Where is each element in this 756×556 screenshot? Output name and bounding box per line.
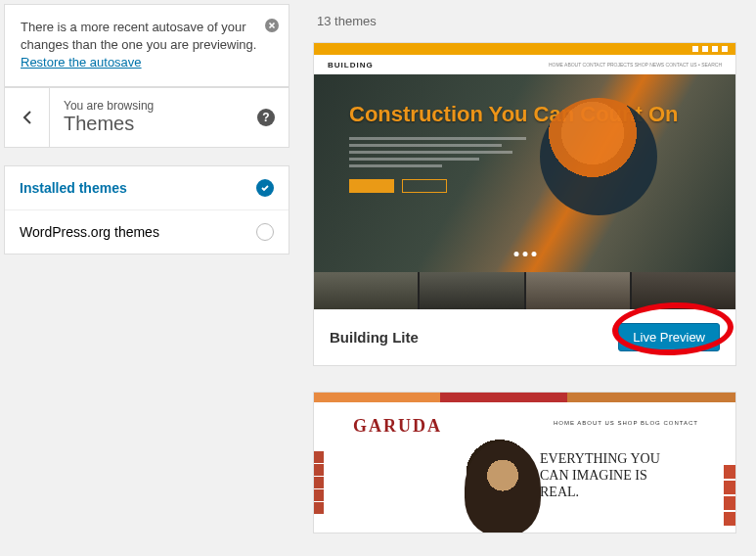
live-preview-button[interactable]: Live Preview <box>618 323 720 351</box>
back-button[interactable] <box>5 88 50 147</box>
page-title: Themes <box>64 113 244 135</box>
theme-thumbnail: BUILDING HOME ABOUT CONTACT PROJECTS SHO… <box>314 43 735 309</box>
close-icon[interactable] <box>265 19 279 37</box>
restore-autosave-link[interactable]: Restore the autosave <box>21 55 142 70</box>
theme-card-garuda[interactable]: GARUDA HOME ABOUT US SHOP BLOG CONTACT E… <box>313 392 736 533</box>
thumb-logo: GARUDA <box>353 416 442 437</box>
theme-count: 13 themes <box>313 0 736 42</box>
thumb-headline: EVERYTHING YOU CAN IMAGINE IS REAL. <box>540 451 681 500</box>
thumb-nav: HOME ABOUT CONTACT PROJECTS SHOP NEWS CO… <box>549 62 722 68</box>
notice-text: There is a more recent autosave of your … <box>21 20 256 52</box>
theme-name: Building Lite <box>330 329 618 346</box>
thumb-nav: HOME ABOUT US SHOP BLOG CONTACT <box>554 420 698 426</box>
help-icon[interactable]: ? <box>257 109 275 126</box>
filter-label: Installed themes <box>20 180 256 196</box>
radio-checked-icon <box>256 179 274 197</box>
theme-card-building-lite[interactable]: BUILDING HOME ABOUT CONTACT PROJECTS SHO… <box>313 42 736 366</box>
autosave-notice: There is a more recent autosave of your … <box>4 4 289 87</box>
thumb-logo: BUILDING <box>328 61 374 70</box>
filter-installed-themes[interactable]: Installed themes <box>5 166 289 209</box>
radio-unchecked-icon <box>256 223 274 241</box>
filter-label: WordPress.org themes <box>20 224 256 240</box>
filter-wporg-themes[interactable]: WordPress.org themes <box>5 209 289 254</box>
browsing-label: You are browsing <box>64 99 244 113</box>
panel-header: You are browsing Themes ? <box>4 87 289 148</box>
filter-list: Installed themes WordPress.org themes <box>4 165 289 255</box>
